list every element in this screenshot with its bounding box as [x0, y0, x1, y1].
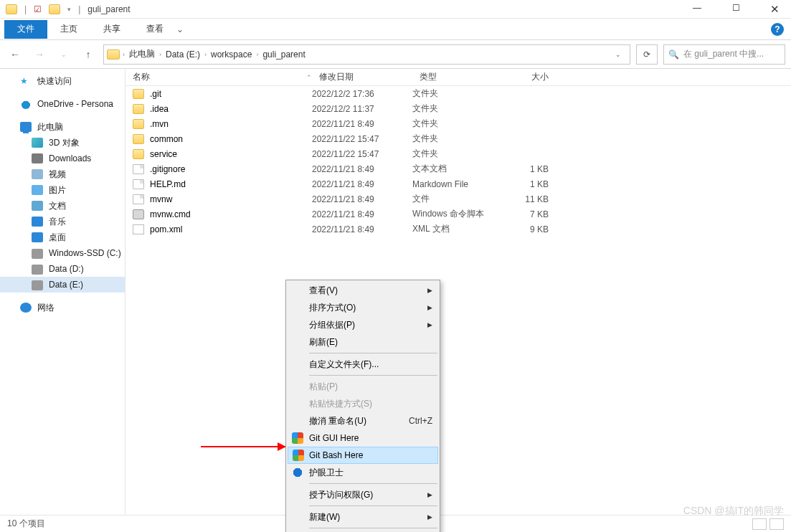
file-date: 2022/11/21 8:49 — [312, 119, 412, 129]
column-header-type[interactable]: 类型 — [412, 71, 506, 83]
minimize-button[interactable]: — — [686, 3, 708, 16]
search-input[interactable]: 🔍 在 guli_parent 中搜... — [663, 44, 785, 65]
qat-separator: | — [78, 4, 80, 14]
file-name: HELP.md — [150, 179, 186, 189]
maximize-button[interactable]: ☐ — [725, 3, 747, 16]
sidebar-item-this-pc[interactable]: 此电脑 — [0, 119, 125, 135]
table-row[interactable]: pom.xml 2022/11/21 8:49 XML 文档 9 KB — [125, 222, 791, 237]
file-size: 9 KB — [506, 224, 563, 234]
sidebar-item-data-e[interactable]: Data (E:) — [0, 277, 125, 293]
sidebar-item-3d-objects[interactable]: 3D 对象 — [0, 135, 125, 151]
sidebar-item-network[interactable]: 网络 — [0, 300, 125, 315]
file-type: 文件夹 — [412, 118, 506, 130]
file-date: 2022/11/21 8:49 — [312, 194, 412, 204]
breadcrumb[interactable]: workspace — [207, 49, 256, 60]
sidebar-item-music[interactable]: 音乐 — [0, 214, 125, 229]
folder-icon — [133, 104, 144, 114]
menu-item[interactable]: 护眼卫士 — [288, 464, 438, 481]
submenu-arrow-icon: ▶ — [427, 287, 432, 294]
tab-home[interactable]: 主页 — [47, 20, 90, 39]
table-row[interactable]: .mvn 2022/11/21 8:49 文件夹 — [125, 116, 791, 131]
tab-file[interactable]: 文件 — [4, 20, 47, 39]
column-header-name[interactable]: 名称⌃ — [125, 71, 312, 83]
star-icon: ★ — [20, 76, 32, 86]
sidebar-item-onedrive[interactable]: OneDrive - Persona — [0, 96, 125, 112]
tab-share[interactable]: 共享 — [90, 20, 133, 39]
file-date: 2022/11/21 8:49 — [312, 224, 412, 234]
table-row[interactable]: .git 2022/12/2 17:36 文件夹 — [125, 86, 791, 101]
file-name: .git — [150, 89, 161, 99]
sidebar-item-pictures[interactable]: 图片 — [0, 182, 125, 198]
sidebar-item-data-d[interactable]: Data (D:) — [0, 261, 125, 277]
view-large-button[interactable] — [769, 518, 784, 530]
table-row[interactable]: mvnw 2022/11/21 8:49 文件 11 KB — [125, 191, 791, 206]
file-type: Windows 命令脚本 — [412, 208, 506, 220]
git-icon — [293, 450, 304, 461]
breadcrumb[interactable]: Data (E:) — [161, 49, 204, 60]
menu-item[interactable]: Git Bash Here — [288, 447, 438, 464]
view-details-button[interactable] — [752, 518, 767, 530]
menu-item: 粘贴(P) — [288, 378, 438, 395]
menu-item[interactable]: 刷新(E) — [288, 333, 438, 351]
sidebar-item-desktop[interactable]: 桌面 — [0, 229, 125, 245]
menu-item[interactable]: 撤消 重命名(U)Ctrl+Z — [288, 412, 438, 429]
menu-label: 刷新(E) — [309, 336, 338, 348]
menu-shortcut: Ctrl+Z — [409, 416, 432, 426]
video-icon — [32, 169, 43, 179]
table-row[interactable]: common 2022/11/22 15:47 文件夹 — [125, 131, 791, 146]
menu-item[interactable]: 分组依据(P)▶ — [288, 316, 438, 333]
menu-item[interactable]: Git GUI Here — [288, 429, 438, 447]
column-header-size[interactable]: 大小 — [506, 71, 563, 83]
nav-toolbar: ← → ⌄ ↑ › 此电脑 › Data (E:) › workspace › … — [0, 40, 791, 69]
menu-label: 查看(V) — [309, 285, 338, 297]
refresh-button[interactable]: ⟳ — [636, 44, 658, 65]
back-button[interactable]: ← — [6, 45, 24, 64]
up-button[interactable]: ↑ — [79, 45, 98, 64]
downloads-icon — [32, 153, 43, 163]
sidebar-item-ssd[interactable]: Windows-SSD (C:) — [0, 245, 125, 261]
file-type: XML 文档 — [412, 223, 506, 235]
disk-icon — [32, 265, 43, 275]
checkbox-icon[interactable]: ☑ — [34, 4, 42, 14]
address-bar[interactable]: › 此电脑 › Data (E:) › workspace › guli_par… — [103, 44, 630, 65]
table-row[interactable]: HELP.md 2022/11/21 8:49 Markdown File 1 … — [125, 176, 791, 191]
address-dropdown-icon[interactable]: ⌄ — [610, 51, 627, 58]
sidebar-item-quick-access[interactable]: ★快速访问 — [0, 73, 125, 89]
file-size: 1 KB — [506, 164, 563, 174]
menu-item[interactable]: 新建(W)▶ — [288, 508, 438, 526]
search-icon: 🔍 — [668, 49, 679, 60]
menu-item[interactable]: 排序方式(O)▶ — [288, 299, 438, 316]
ribbon-tabs: 文件 主页 共享 查看 ⌄ ? — [0, 19, 791, 40]
table-row[interactable]: mvnw.cmd 2022/11/21 8:49 Windows 命令脚本 7 … — [125, 206, 791, 222]
breadcrumb[interactable]: guli_parent — [258, 49, 309, 60]
submenu-arrow-icon: ▶ — [427, 321, 432, 328]
table-row[interactable]: service 2022/11/22 15:47 文件夹 — [125, 146, 791, 161]
disk-icon — [32, 280, 43, 290]
column-headers: 名称⌃ 修改日期 类型 大小 — [125, 69, 791, 86]
forward-button[interactable]: → — [30, 45, 49, 64]
file-name: service — [150, 149, 177, 159]
breadcrumb[interactable]: 此电脑 — [125, 48, 159, 60]
menu-label: Git GUI Here — [309, 433, 359, 443]
file-name: mvnw — [150, 194, 172, 204]
table-row[interactable]: .idea 2022/12/2 11:37 文件夹 — [125, 101, 791, 116]
sidebar-item-videos[interactable]: 视频 — [0, 166, 125, 182]
menu-label: Git Bash Here — [309, 450, 363, 460]
column-header-date[interactable]: 修改日期 — [312, 71, 412, 83]
table-row[interactable]: .gitignore 2022/11/21 8:49 文本文档 1 KB — [125, 161, 791, 176]
tab-view[interactable]: 查看 — [133, 20, 176, 39]
menu-item[interactable]: 自定义文件夹(F)... — [288, 356, 438, 373]
menu-item[interactable]: 查看(V)▶ — [288, 282, 438, 299]
git-icon — [292, 432, 303, 444]
file-name: .gitignore — [150, 164, 185, 174]
expand-ribbon-icon[interactable]: ⌄ — [176, 24, 184, 34]
sidebar-item-documents[interactable]: 文档 — [0, 198, 125, 214]
menu-item[interactable]: 授予访问权限(G)▶ — [288, 486, 438, 503]
sidebar-item-downloads[interactable]: Downloads — [0, 151, 125, 166]
file-size: 7 KB — [506, 209, 563, 219]
qat-dropdown-icon[interactable]: ▾ — [67, 6, 71, 13]
documents-icon — [32, 201, 43, 211]
recent-dropdown-icon[interactable]: ⌄ — [55, 45, 73, 64]
close-button[interactable]: ✕ — [764, 3, 785, 16]
help-button[interactable]: ? — [771, 23, 784, 36]
